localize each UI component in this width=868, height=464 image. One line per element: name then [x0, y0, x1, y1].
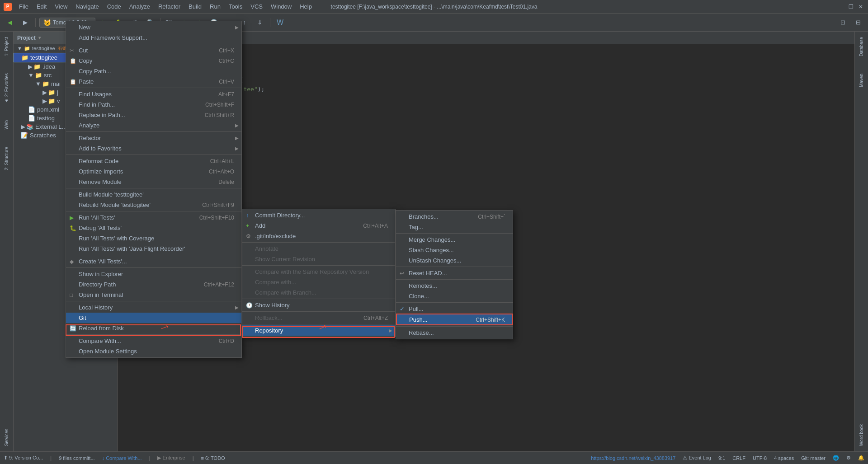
menu-code[interactable]: Code [104, 2, 125, 11]
menu-commit-dir[interactable]: ↑ Commit Directory... [242, 210, 395, 220]
menu-merge-changes[interactable]: Merge Changes... [396, 234, 513, 245]
menu-run-recorder[interactable]: Run 'All Tests' with 'Java Flight Record… [66, 244, 241, 254]
menu-open-module-settings[interactable]: Open Module Settings [66, 346, 241, 356]
sidebar-tab-web[interactable]: Web [2, 117, 11, 133]
git-label-menu: Git [79, 314, 86, 321]
right-tab-wordbook[interactable]: Word book [857, 421, 866, 450]
settings-button[interactable]: W [274, 16, 287, 29]
menu-pull[interactable]: ✓ Pull... [396, 304, 513, 314]
status-csdn-link[interactable]: https://blog.csdn.net/weixin_43883917 [591, 455, 675, 461]
menu-compare-branch: Compare with Branch... [242, 287, 395, 298]
menu-file[interactable]: File [15, 2, 32, 11]
menu-build-module[interactable]: Build Module 'testtogitee' [66, 189, 241, 200]
menu-run[interactable]: Run [206, 2, 224, 11]
root-label[interactable]: testtogitee [32, 46, 55, 51]
menu-local-history[interactable]: Local History [66, 302, 241, 313]
back-button[interactable]: ◀ [4, 16, 16, 29]
menu-view[interactable]: View [51, 2, 71, 11]
menu-rebuild-module[interactable]: Rebuild Module 'testtogitee' Ctrl+Shift+… [66, 200, 241, 210]
menu-tag[interactable]: Tag... [396, 222, 513, 232]
menu-show-history[interactable]: 🕐 Show History [242, 300, 395, 310]
status-branch[interactable]: Git: master [801, 455, 826, 461]
menu-add[interactable]: + Add Ctrl+Alt+A [242, 220, 395, 231]
folder-icon-idea: 📁 [33, 63, 41, 70]
split-horiz-button[interactable]: ⊟ [852, 16, 864, 29]
right-tab-database[interactable]: Database [857, 33, 866, 60]
git-fetch-button[interactable]: ⇓ [254, 16, 266, 29]
menu-create-tests[interactable]: ◆ Create 'All Tests'... [66, 256, 241, 267]
menu-window[interactable]: Window [267, 2, 295, 11]
collapse-icon[interactable]: ▼ [17, 46, 22, 51]
project-dropdown-icon[interactable]: ▾ [38, 35, 41, 40]
sidebar-tab-structure[interactable]: 2: Structure [2, 143, 11, 174]
right-tab-maven[interactable]: Maven [857, 70, 866, 91]
menu-unstash-changes[interactable]: UnStash Changes... [396, 255, 513, 266]
menu-replace-in-path[interactable]: Replace in Path... Ctrl+Shift+R [66, 110, 241, 120]
menu-debug-tests[interactable]: 🐛 Debug 'All Tests' [66, 223, 241, 233]
split-vert-button[interactable]: ⊡ [836, 16, 849, 29]
menu-add-favorites[interactable]: Add to Favorites [66, 143, 241, 154]
status-event-log[interactable]: ⚠ Event Log [683, 455, 711, 461]
menu-refactor[interactable]: Refactor [66, 133, 241, 143]
menu-push[interactable]: Push... Ctrl+Shift+K [396, 314, 513, 325]
menu-help[interactable]: Help [296, 2, 316, 11]
sidebar-tab-project[interactable]: 1: Project [2, 33, 11, 60]
menu-show-explorer[interactable]: Show in Explorer [66, 269, 241, 279]
menu-paste[interactable]: 📋 Paste Ctrl+V [66, 76, 241, 87]
status-sep1: | [50, 455, 52, 461]
compare-with-btn[interactable]: ↓ Compare With... [102, 455, 142, 461]
minimize-button[interactable]: — [837, 3, 844, 10]
module-settings-label: Open Module Settings [79, 348, 137, 355]
menu-rebase[interactable]: Rebase... [396, 328, 513, 338]
menu-annotate: Annotate [242, 244, 395, 254]
menu-remove-module[interactable]: Remove Module Delete [66, 177, 241, 187]
menu-remotes[interactable]: Remotes... [396, 281, 513, 291]
menu-add-framework[interactable]: Add Framework Support... [66, 33, 241, 43]
menu-gitinfo-exclude[interactable]: ⚙ .git/info/exclude [242, 231, 395, 241]
menu-reformat[interactable]: Reformat Code Ctrl+Alt+L [66, 156, 241, 166]
menu-open-terminal[interactable]: □ Open in Terminal [66, 290, 241, 300]
menu-cut[interactable]: ✂ Cut Ctrl+X [66, 45, 241, 56]
forward-button[interactable]: ▶ [19, 16, 32, 29]
menu-clone[interactable]: Clone... [396, 291, 513, 301]
status-charset[interactable]: UTF-8 [753, 455, 767, 461]
toolbar-separator-1 [35, 18, 36, 27]
menu-analyze[interactable]: Analyze [66, 120, 241, 131]
status-indent[interactable]: 4 spaces [774, 455, 794, 461]
menu-build[interactable]: Build [185, 2, 205, 11]
menu-copy-path[interactable]: Copy Path... [66, 66, 241, 76]
version-control-tab[interactable]: ⬆ 9: Version Co... [4, 455, 43, 461]
menu-git[interactable]: Git [66, 313, 241, 323]
menu-find-usages[interactable]: Find Usages Alt+F7 [66, 89, 241, 99]
menu-copy[interactable]: 📋 Copy Ctrl+C [66, 56, 241, 66]
menu-tools[interactable]: Tools [225, 2, 246, 11]
menu-repository[interactable]: Repository [242, 325, 395, 336]
menu-new[interactable]: New [66, 22, 241, 33]
menu-analyze[interactable]: Analyze [126, 2, 154, 11]
menu-dir-path[interactable]: Directory Path Ctrl+Alt+F12 [66, 279, 241, 290]
menu-vcs[interactable]: VCS [247, 2, 266, 11]
left-sidebar: 1: Project ★ 2: Favorites Web 2: Structu… [0, 32, 14, 451]
status-crlf[interactable]: CRLF [732, 455, 745, 461]
menu-run-tests[interactable]: ▶ Run 'All Tests' Ctrl+Shift+F10 [66, 212, 241, 223]
stash-label: Stash Changes... [409, 247, 454, 253]
maximize-button[interactable]: ❐ [847, 3, 854, 10]
menu-compare-with[interactable]: Compare With... Ctrl+D [66, 336, 241, 346]
status-todo[interactable]: ≡ 6: TODO [201, 455, 225, 461]
status-notification-icon[interactable]: 🔔 [858, 455, 864, 461]
sidebar-tab-favorites[interactable]: ★ 2: Favorites [2, 70, 11, 107]
close-button[interactable]: ✕ [857, 3, 864, 10]
status-position: 9:1 [718, 455, 725, 461]
menu-stash-changes[interactable]: Stash Changes... [396, 245, 513, 255]
menu-optimize-imports[interactable]: Optimize Imports Ctrl+Alt+O [66, 166, 241, 177]
status-settings-icon[interactable]: ⚙ [846, 455, 851, 461]
separator-5 [66, 188, 241, 188]
menu-run-coverage[interactable]: Run 'All Tests' with Coverage [66, 233, 241, 244]
menu-edit[interactable]: Edit [33, 2, 50, 11]
menu-refactor[interactable]: Refactor [155, 2, 184, 11]
menu-reset-head[interactable]: ↩ Reset HEAD... [396, 268, 513, 278]
menu-find-in-path[interactable]: Find in Path... Ctrl+Shift+F [66, 99, 241, 110]
menu-navigate[interactable]: Navigate [72, 2, 102, 11]
menu-branches[interactable]: Branches... Ctrl+Shift+` [396, 211, 513, 222]
menu-reload-disk[interactable]: 🔄 Reload from Disk [66, 323, 241, 333]
